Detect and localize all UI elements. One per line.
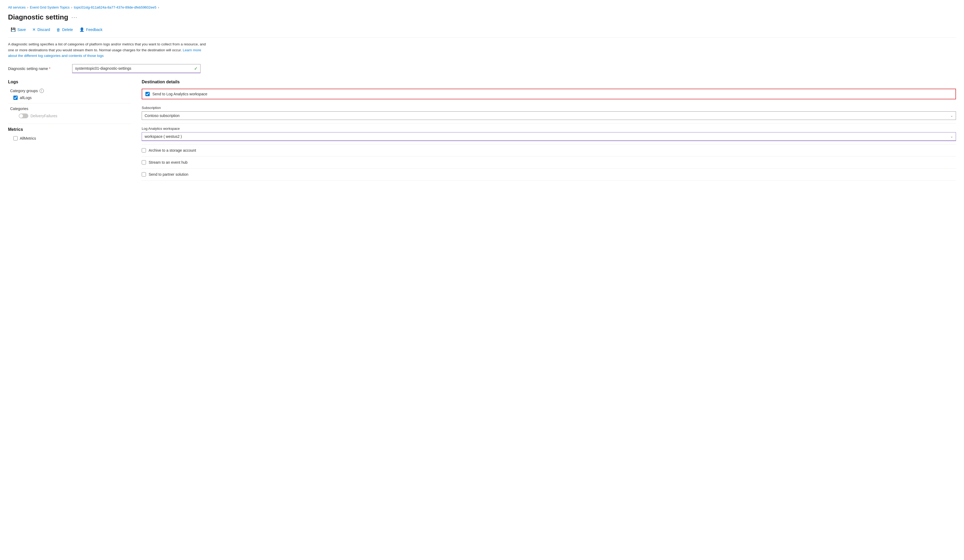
page-title-row: Diagnostic setting ··· xyxy=(8,13,956,21)
categories-label: Categories xyxy=(10,107,131,111)
feedback-label: Feedback xyxy=(86,28,103,32)
logs-section-header: Logs xyxy=(8,80,131,84)
delete-icon: 🗑 xyxy=(56,28,60,32)
breadcrumb-all-services[interactable]: All services xyxy=(8,5,26,9)
check-icon: ✓ xyxy=(194,66,197,71)
event-hub-label[interactable]: Stream to an event hub xyxy=(149,160,188,164)
partner-option: Send to partner solution xyxy=(142,169,956,180)
metrics-separator xyxy=(8,123,131,124)
metrics-section-header: Metrics xyxy=(8,127,131,132)
log-analytics-option: Send to Log Analytics workspace xyxy=(142,89,956,99)
all-metrics-checkbox[interactable] xyxy=(13,136,18,140)
workspace-arrow-icon: ⌄ xyxy=(950,135,953,138)
left-column: Logs Category groups i allLogs Categorie… xyxy=(8,80,131,143)
archive-label[interactable]: Archive to a storage account xyxy=(149,148,196,153)
more-options-button[interactable]: ··· xyxy=(72,14,78,20)
info-icon[interactable]: i xyxy=(39,89,44,93)
description-text: A diagnostic setting specifies a list of… xyxy=(8,42,206,52)
workspace-group: Log Analytics workspace workspace ( west… xyxy=(142,123,956,144)
workspace-value: workspace ( westus2 ) xyxy=(145,134,182,139)
discard-button[interactable]: ✕ Discard xyxy=(30,26,53,34)
breadcrumb: All services › Event Grid System Topics … xyxy=(8,5,956,9)
subscription-label: Subscription xyxy=(142,106,956,110)
breadcrumb-event-grid[interactable]: Event Grid System Topics xyxy=(30,5,70,9)
event-hub-option: Stream to an event hub xyxy=(142,156,956,169)
setting-name-row: Diagnostic setting name * systemtopic01-… xyxy=(8,64,956,73)
metrics-section: Metrics AllMetrics xyxy=(8,123,131,140)
save-icon: 💾 xyxy=(11,27,16,32)
setting-name-input[interactable]: systemtopic01-diagnostic-settings ✓ xyxy=(72,64,200,73)
archive-checkbox[interactable] xyxy=(142,148,146,153)
alllogs-checkbox[interactable] xyxy=(13,96,18,100)
event-hub-checkbox[interactable] xyxy=(142,160,146,164)
save-label: Save xyxy=(17,28,26,32)
subscription-value: Contoso subscription xyxy=(145,114,180,118)
breadcrumb-topic[interactable]: topic01stg-811a624a-8a77-437e-89de-dfeb5… xyxy=(74,5,156,9)
right-column: Destination details Send to Log Analytic… xyxy=(142,80,956,180)
workspace-select[interactable]: workspace ( westus2 ) ⌄ xyxy=(142,132,956,141)
breadcrumb-sep-1: › xyxy=(27,6,28,9)
delivery-failures-row: DeliveryFailures xyxy=(19,114,131,118)
subscription-select[interactable]: Contoso subscription ⌄ xyxy=(142,111,956,120)
destination-section-header: Destination details xyxy=(142,80,956,84)
alllogs-row: allLogs xyxy=(13,96,131,100)
setting-name-value: systemtopic01-diagnostic-settings xyxy=(75,66,131,70)
discard-icon: ✕ xyxy=(33,27,36,32)
page-title: Diagnostic setting xyxy=(8,13,68,21)
feedback-button[interactable]: 👤 Feedback xyxy=(77,26,105,34)
delivery-failures-toggle[interactable] xyxy=(19,114,28,118)
workspace-label: Log Analytics workspace xyxy=(142,127,956,131)
description: A diagnostic setting specifies a list of… xyxy=(8,41,211,59)
delete-button[interactable]: 🗑 Delete xyxy=(54,26,75,34)
breadcrumb-sep-3: › xyxy=(158,6,159,9)
subscription-arrow-icon: ⌄ xyxy=(950,114,953,117)
partner-label[interactable]: Send to partner solution xyxy=(149,172,189,177)
subscription-group: Subscription Contoso subscription ⌄ xyxy=(142,102,956,123)
category-groups-label: Category groups i xyxy=(10,89,131,93)
breadcrumb-sep-2: › xyxy=(71,6,72,9)
main-content: Logs Category groups i allLogs Categorie… xyxy=(8,80,956,180)
partner-checkbox[interactable] xyxy=(142,172,146,177)
feedback-icon: 👤 xyxy=(80,27,85,32)
discard-label: Discard xyxy=(37,28,50,32)
all-metrics-label[interactable]: AllMetrics xyxy=(20,136,36,140)
archive-option: Archive to a storage account xyxy=(142,144,956,156)
alllogs-label[interactable]: allLogs xyxy=(20,96,31,100)
log-analytics-checkbox[interactable] xyxy=(145,92,150,96)
all-metrics-row: AllMetrics xyxy=(13,136,131,140)
delivery-failures-label: DeliveryFailures xyxy=(31,114,57,118)
save-button[interactable]: 💾 Save xyxy=(8,26,29,34)
setting-name-label: Diagnostic setting name * xyxy=(8,67,67,71)
toolbar: 💾 Save ✕ Discard 🗑 Delete 👤 Feedback xyxy=(8,26,956,38)
delete-label: Delete xyxy=(62,28,73,32)
toggle-slider xyxy=(19,114,28,118)
log-analytics-label[interactable]: Send to Log Analytics workspace xyxy=(152,92,207,96)
